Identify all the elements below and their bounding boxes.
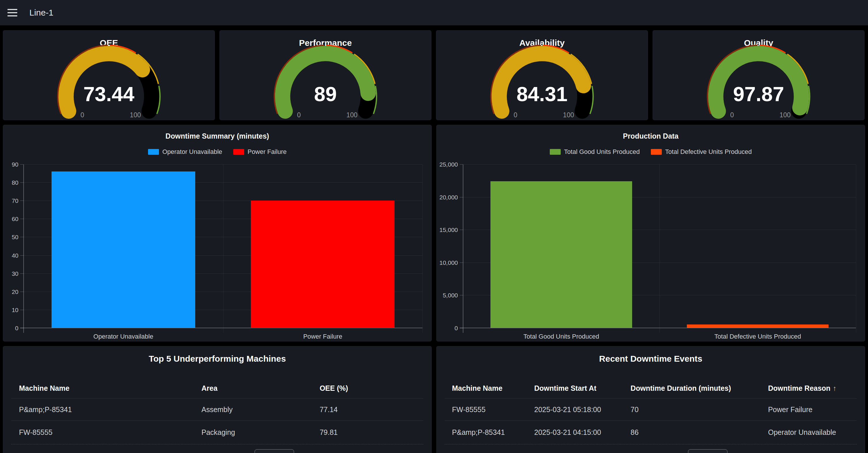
legend-item[interactable]: Operator Unavailable	[148, 148, 222, 156]
gauge-max-label: 100	[130, 111, 141, 119]
hamburger-icon	[7, 9, 17, 10]
category-separator	[223, 164, 223, 333]
chart-title: Production Data	[437, 132, 865, 140]
bar-0[interactable]	[491, 181, 632, 328]
panel-recent-downtime-events: Recent Downtime Events Machine NameDownt…	[436, 346, 865, 453]
bar-1[interactable]	[687, 325, 828, 328]
legend-label: Total Defective Units Produced	[665, 148, 752, 156]
x-axis-category-label: Total Good Units Produced	[463, 333, 659, 340]
hamburger-icon	[7, 15, 17, 17]
gauge-value: 97.87	[733, 83, 784, 105]
pagination-button[interactable]	[688, 449, 727, 453]
gauge-availability: 010084.31	[436, 44, 648, 121]
table-cell: Operator Unavailable	[768, 428, 862, 436]
panel-top5-underperforming: Top 5 Underperforming Machines Machine N…	[3, 346, 432, 453]
bar-0[interactable]	[52, 172, 195, 328]
column-header[interactable]: Downtime Reason↑	[768, 384, 862, 392]
dashboard-title: Line-1	[29, 8, 53, 18]
gauge-arc: 010073.44	[53, 44, 165, 120]
y-axis-tick-label: 80	[12, 179, 19, 186]
table-cell: 86	[631, 428, 764, 436]
y-axis-tick-label: 25,000	[439, 161, 458, 168]
gauge-performance: 010089	[220, 44, 431, 121]
table-cell: Power Failure	[768, 405, 862, 414]
legend-swatch	[148, 149, 159, 155]
y-axis-tick-label: 5,000	[443, 292, 458, 299]
topbar: Line-1	[0, 0, 868, 25]
gauge-arc: 010089	[269, 44, 381, 120]
y-axis-tick-label: 10	[12, 307, 19, 313]
legend-label: Operator Unavailable	[162, 148, 222, 156]
legend-swatch	[233, 149, 244, 155]
gauge-max-label: 100	[346, 111, 358, 119]
panel-oee: OEE 010073.44	[3, 30, 215, 120]
legend-swatch	[651, 149, 662, 155]
y-axis-tick-label: 50	[12, 234, 19, 241]
y-axis-tick-label: 60	[12, 216, 19, 222]
table-title: Top 5 Underperforming Machines	[3, 354, 431, 364]
category-separator	[659, 164, 660, 333]
y-axis-tick-label: 90	[12, 161, 19, 168]
x-axis-category-label: Power Failure	[223, 333, 423, 340]
gauge-value: 84.31	[516, 83, 567, 105]
y-axis-tick-label: 20,000	[439, 194, 458, 201]
table-cell: FW-85555	[452, 405, 534, 414]
table-header-row: Machine NameDowntime Start AtDowntime Du…	[437, 378, 865, 398]
bar-1[interactable]	[251, 201, 395, 328]
x-axis-category-label: Operator Unavailable	[24, 333, 223, 340]
chart-title: Downtime Summary (minutes)	[3, 132, 431, 140]
y-axis-tick-label: 40	[12, 252, 19, 259]
gauge-oee: 010073.44	[3, 44, 215, 121]
column-header[interactable]: OEE (%)	[320, 384, 427, 392]
y-axis-tick-label: 20	[12, 289, 19, 295]
table-cell: Assembly	[201, 405, 317, 414]
y-axis-tick-label: 70	[12, 198, 19, 204]
legend-item[interactable]: Power Failure	[233, 148, 287, 156]
column-header[interactable]: Downtime Start At	[534, 384, 628, 392]
table-row: FW-855552025-03-21 05:18:0070Power Failu…	[437, 398, 865, 420]
column-header[interactable]: Downtime Duration (minutes)	[631, 384, 764, 392]
gauge-value: 73.44	[83, 83, 134, 105]
table-header-row: Machine NameAreaOEE (%)	[3, 378, 431, 398]
table-cell: 79.81	[320, 428, 427, 436]
gauge-value: 89	[314, 83, 337, 105]
gauge-min-label: 0	[297, 111, 301, 119]
gauge-min-label: 0	[730, 111, 734, 119]
table-cell: 77.14	[320, 405, 427, 414]
y-axis-tick-label: 0	[455, 325, 458, 332]
pagination-button[interactable]	[255, 449, 294, 453]
gauge-min-label: 0	[514, 111, 518, 119]
legend-item[interactable]: Total Defective Units Produced	[651, 148, 752, 156]
panel-quality: Quality 010097.87	[653, 30, 865, 120]
chart-legend: Operator UnavailablePower Failure	[3, 148, 431, 156]
y-axis-tick-label: 15,000	[439, 227, 458, 234]
column-header[interactable]: Machine Name	[452, 384, 534, 392]
legend-label: Power Failure	[248, 148, 287, 156]
hamburger-icon	[7, 12, 17, 13]
y-axis-tick-label: 0	[15, 325, 19, 332]
table-row: P&amp;P-85341Assembly77.14	[3, 398, 431, 420]
panel-production-data: Production Data Total Good Units Produce…	[436, 125, 865, 341]
table-cell: FW-85555	[19, 428, 199, 436]
gauge-arc: 010097.87	[703, 44, 815, 120]
table-cell: P&amp;P-85341	[19, 405, 199, 414]
legend-item[interactable]: Total Good Units Produced	[550, 148, 640, 156]
gauge-min-label: 0	[81, 111, 84, 119]
x-axis-category-label: Total Defective Units Produced	[659, 333, 856, 340]
column-header[interactable]: Area	[201, 384, 317, 392]
y-axis-tick-label: 10,000	[439, 259, 458, 266]
column-header[interactable]: Machine Name	[19, 384, 199, 392]
gauge-arc: 010084.31	[486, 44, 598, 120]
table-bottom-divider	[445, 444, 857, 445]
table-cell: Packaging	[201, 428, 317, 436]
table-row: FW-85555Packaging79.81	[3, 420, 431, 444]
gauge-max-label: 100	[563, 111, 574, 119]
y-axis-tick-label: 30	[12, 270, 19, 277]
panel-availability: Availability 010084.31	[436, 30, 648, 120]
table-cell: P&amp;P-85341	[452, 428, 534, 436]
legend-swatch	[550, 149, 561, 155]
table-row: P&amp;P-853412025-03-21 04:15:0086Operat…	[437, 420, 865, 444]
y-axis-line	[23, 164, 24, 333]
table-cell: 70	[631, 405, 764, 414]
menu-toggle-button[interactable]	[7, 9, 17, 17]
